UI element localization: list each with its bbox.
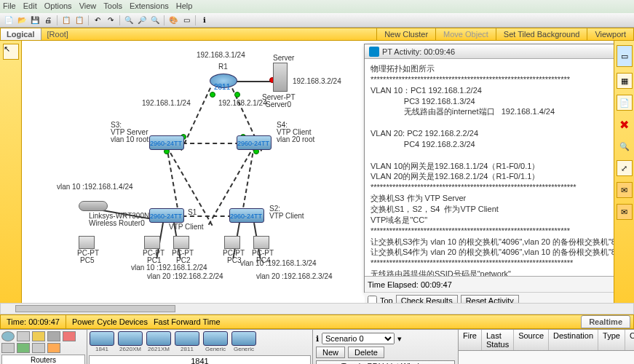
sim-time: Time: 00:09:47 bbox=[4, 317, 63, 326]
switches-category-icon[interactable] bbox=[17, 331, 30, 341]
model-2620xm[interactable]: 2620XM bbox=[117, 331, 143, 352]
end-devices-category-icon[interactable] bbox=[1, 343, 15, 353]
server-label: Server bbox=[273, 54, 294, 62]
model-1841[interactable]: 1841 bbox=[89, 331, 115, 352]
multiuser-category-icon[interactable] bbox=[47, 343, 60, 353]
category-label: Routers bbox=[1, 355, 85, 364]
nav-tool-icon[interactable]: ↖ bbox=[3, 44, 19, 60]
scenario-panel: ℹ Scenario 0 ▾ New Delete Toggle PDU Lis… bbox=[313, 330, 459, 364]
topology-canvas[interactable]: R1 2811 192.168.3.1/24 Server Server-PT … bbox=[22, 41, 634, 303]
scenario-info-icon[interactable]: ℹ bbox=[316, 334, 319, 344]
viewport-button[interactable]: Viewport bbox=[587, 28, 633, 40]
power-cycle-button[interactable]: Power Cycle Devices bbox=[69, 317, 151, 326]
col-source[interactable]: Source bbox=[514, 330, 549, 350]
simple-pdu-icon[interactable]: ✉ bbox=[617, 182, 633, 198]
pc4-label: PC4 bbox=[256, 256, 270, 264]
selected-model: 1841 bbox=[89, 355, 311, 364]
undo-icon[interactable]: ↶ bbox=[92, 15, 103, 26]
model-generic1[interactable]: Generic bbox=[202, 331, 229, 352]
copy-icon[interactable]: 📋 bbox=[60, 15, 72, 26]
hubs-category-icon[interactable] bbox=[32, 331, 45, 341]
paste-icon[interactable]: 📋 bbox=[74, 15, 85, 26]
scenario-select[interactable]: Scenario 0 bbox=[322, 333, 395, 344]
pc3-ip: vlan 10 :192.168.1.3/24 bbox=[240, 259, 317, 267]
note-tool-icon[interactable]: 📄 bbox=[617, 95, 633, 111]
pc3-label: PC3 bbox=[227, 256, 241, 264]
delete-scenario-button[interactable]: Delete bbox=[348, 347, 384, 358]
pc1[interactable] bbox=[144, 236, 160, 249]
h-scrollbar[interactable] bbox=[0, 303, 634, 314]
delete-tool-icon[interactable]: ✖ bbox=[617, 116, 633, 132]
info-icon[interactable]: ℹ bbox=[199, 15, 210, 26]
view-tabs: Logical [Root] New Cluster Move Object S… bbox=[0, 28, 634, 41]
wan-category-icon[interactable] bbox=[17, 343, 30, 353]
routers-category-icon[interactable] bbox=[1, 331, 15, 341]
activity-title: PT Activity: 00:09:46 bbox=[382, 47, 634, 56]
open-icon[interactable]: 📂 bbox=[16, 15, 28, 26]
col-last-status[interactable]: Last Status bbox=[482, 330, 514, 350]
reset-activity-button[interactable]: Reset Activity bbox=[461, 295, 519, 304]
check-results-button[interactable]: Check Results bbox=[396, 295, 458, 304]
activity-titlebar[interactable]: PT Activity: 00:09:46 – ▢ ✕ bbox=[365, 44, 634, 59]
menu-tools[interactable]: Tools bbox=[103, 1, 122, 12]
activity-window[interactable]: PT Activity: 00:09:46 – ▢ ✕ 物理拓扑如图所示 ***… bbox=[364, 44, 634, 293]
col-type[interactable]: Type bbox=[598, 330, 625, 350]
zoomin-icon[interactable]: 🔍 bbox=[123, 15, 135, 26]
left-toolstrip: ↖ bbox=[0, 41, 22, 303]
model-generic2[interactable]: Generic bbox=[231, 331, 257, 352]
new-icon[interactable]: 📄 bbox=[3, 15, 15, 26]
pc4[interactable] bbox=[253, 236, 269, 249]
workspace: ↖ R1 2811 192.168.3.1/24 Server Se bbox=[0, 41, 634, 303]
menu-help[interactable]: Help bbox=[176, 1, 193, 12]
server-ip: 192.168.3.2/24 bbox=[293, 77, 341, 85]
realtime-tab[interactable]: Realtime bbox=[581, 315, 630, 328]
wireless-router[interactable] bbox=[79, 201, 108, 211]
col-fire[interactable]: Fire bbox=[459, 330, 482, 350]
model-2811[interactable]: 2811 bbox=[174, 331, 200, 352]
menu-extensions[interactable]: Extensions bbox=[130, 1, 169, 12]
move-object-button[interactable]: Move Object bbox=[435, 28, 496, 40]
activity-controls: Top Check Results Reset Activity < 1/1 > bbox=[365, 292, 634, 303]
col-color[interactable]: Color bbox=[625, 330, 634, 350]
fast-forward-button[interactable]: Fast Forward Time bbox=[151, 317, 223, 326]
print-icon[interactable]: 🖨 bbox=[42, 15, 54, 26]
menu-edit[interactable]: Edit bbox=[23, 1, 37, 12]
top-checkbox[interactable] bbox=[368, 296, 377, 303]
pc5[interactable] bbox=[79, 236, 95, 249]
select-tool-icon[interactable]: ▭ bbox=[617, 45, 633, 67]
model-2621xm[interactable]: 2621XM bbox=[146, 331, 172, 352]
complex-pdu-icon[interactable]: ✉ bbox=[617, 204, 633, 220]
s3-name: 2960-24TT bbox=[150, 140, 182, 147]
layout-tool-icon[interactable]: ▦ bbox=[617, 73, 633, 89]
set-tiled-bg-button[interactable]: Set Tiled Background bbox=[496, 28, 587, 40]
zoomout-icon[interactable]: 🔍 bbox=[149, 15, 161, 26]
wr0: Wireless Router0 bbox=[89, 219, 145, 227]
logical-tab[interactable]: Logical bbox=[1, 28, 41, 40]
custom-category-icon[interactable] bbox=[32, 343, 45, 353]
toggle-pdu-button[interactable]: Toggle PDU List Window bbox=[316, 360, 455, 364]
save-icon[interactable]: 💾 bbox=[29, 15, 41, 26]
palette-icon[interactable]: 🎨 bbox=[167, 15, 179, 26]
new-scenario-button[interactable]: New bbox=[316, 347, 345, 358]
inspect-tool-icon[interactable]: 🔍 bbox=[617, 138, 633, 154]
col-destination[interactable]: Destination bbox=[549, 330, 598, 350]
resize-tool-icon[interactable]: ⤢ bbox=[617, 160, 633, 176]
r1-f01-ip: 192.168.2.1/24 bbox=[218, 99, 267, 107]
server-device[interactable] bbox=[273, 63, 288, 92]
redo-icon[interactable]: ↷ bbox=[105, 15, 116, 26]
connections-category-icon[interactable] bbox=[63, 331, 76, 341]
pc3[interactable] bbox=[224, 236, 240, 249]
zoomreset-icon[interactable]: 🔎 bbox=[136, 15, 148, 26]
wireless-category-icon[interactable] bbox=[47, 331, 60, 341]
scenario-dropdown-icon[interactable]: ▾ bbox=[397, 334, 402, 344]
menu-file[interactable]: File bbox=[3, 1, 16, 12]
pc2[interactable] bbox=[173, 236, 189, 249]
pc5-label: PC5 bbox=[80, 256, 94, 264]
new-cluster-button[interactable]: New Cluster bbox=[376, 28, 435, 40]
dialog-icon[interactable]: ▭ bbox=[181, 15, 192, 26]
root-breadcrumb[interactable]: [Root] bbox=[41, 28, 74, 40]
server0: Server0 bbox=[266, 100, 291, 108]
menu-view[interactable]: View bbox=[79, 1, 97, 12]
activity-body: 物理拓扑如图所示 *******************************… bbox=[365, 59, 634, 276]
menu-options[interactable]: Options bbox=[44, 1, 72, 12]
